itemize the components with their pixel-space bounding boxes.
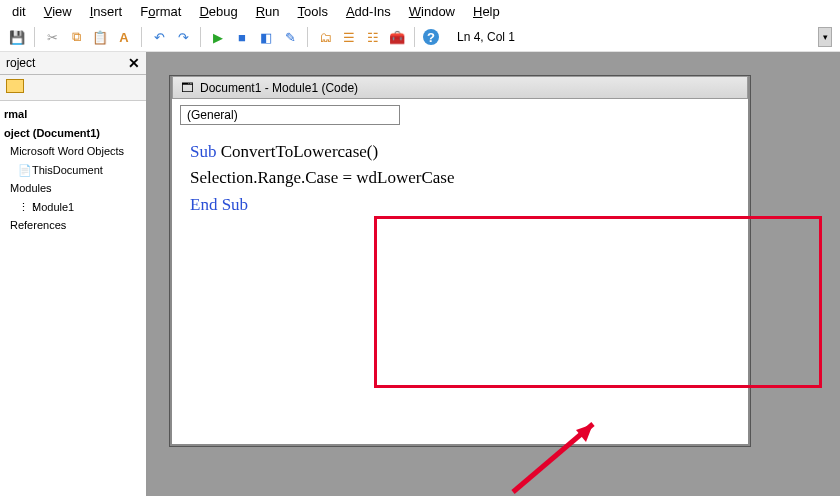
object-browser-icon[interactable]: ☷ <box>364 28 382 46</box>
toolbox-icon[interactable]: 🧰 <box>388 28 406 46</box>
tree-project[interactable]: oject (Document1) <box>2 124 144 143</box>
tree-thisdocument[interactable]: 📄ThisDocument <box>2 161 144 180</box>
menu-debug[interactable]: Debug <box>199 4 237 19</box>
code-window-titlebar[interactable]: 🗔 Document1 - Module1 (Code) <box>172 76 748 99</box>
tree-modules[interactable]: Modules <box>2 179 144 198</box>
project-explorer-icon[interactable]: 🗂 <box>316 28 334 46</box>
module-icon: ⋮⋮ <box>18 199 32 216</box>
menu-edit[interactable]: dit <box>12 4 26 19</box>
toolbar-overflow-button[interactable]: ▾ <box>818 27 832 47</box>
cursor-position: Ln 4, Col 1 <box>457 30 515 44</box>
toolbar-separator <box>34 27 35 47</box>
run-icon[interactable]: ▶ <box>209 28 227 46</box>
tree-references[interactable]: References <box>2 216 144 235</box>
project-tree: rmal oject (Document1) Microsoft Word Ob… <box>0 101 146 496</box>
menu-tools[interactable]: Tools <box>298 4 328 19</box>
toolbar-separator <box>141 27 142 47</box>
redo-icon[interactable]: ↷ <box>174 28 192 46</box>
project-panel: roject ✕ rmal oject (Document1) Microsof… <box>0 52 148 496</box>
menu-run[interactable]: Run <box>256 4 280 19</box>
menu-help[interactable]: Help <box>473 4 500 19</box>
close-icon[interactable]: ✕ <box>128 55 140 71</box>
design-icon[interactable]: ✎ <box>281 28 299 46</box>
menu-insert[interactable]: Insert <box>90 4 123 19</box>
break-icon[interactable]: ■ <box>233 28 251 46</box>
copy-icon[interactable]: ⧉ <box>67 28 85 46</box>
folder-icon[interactable] <box>6 79 24 93</box>
toolbar-separator <box>200 27 201 47</box>
menu-format[interactable]: Format <box>140 4 181 19</box>
undo-icon[interactable]: ↶ <box>150 28 168 46</box>
toolbar: 💾 ✂ ⧉ 📋 A ↶ ↷ ▶ ■ ◧ ✎ 🗂 ☰ ☷ 🧰 ? Ln 4, Co… <box>0 23 840 52</box>
paste-icon[interactable]: 📋 <box>91 28 109 46</box>
code-window-title: Document1 - Module1 (Code) <box>200 81 358 95</box>
reset-icon[interactable]: ◧ <box>257 28 275 46</box>
code-window-icon: 🗔 <box>181 80 194 95</box>
project-panel-toolbar <box>0 75 146 101</box>
code-window: 🗔 Document1 - Module1 (Code) (General) S… <box>170 76 750 446</box>
toolbar-separator <box>307 27 308 47</box>
menu-view[interactable]: View <box>44 4 72 19</box>
save-icon[interactable]: 💾 <box>8 28 26 46</box>
document-icon: 📄 <box>18 162 32 179</box>
tree-word-objects[interactable]: Microsoft Word Objects <box>2 142 144 161</box>
tree-normal[interactable]: rmal <box>2 105 144 124</box>
properties-icon[interactable]: ☰ <box>340 28 358 46</box>
object-dropdown[interactable]: (General) <box>180 105 400 125</box>
help-icon[interactable]: ? <box>423 29 439 45</box>
code-editor[interactable]: Sub ConvertToLowercase() Selection.Range… <box>172 125 748 232</box>
code-line: End Sub <box>190 192 730 218</box>
find-icon[interactable]: A <box>115 28 133 46</box>
code-line: Selection.Range.Case = wdLowerCase <box>190 165 730 191</box>
cut-icon[interactable]: ✂ <box>43 28 61 46</box>
menu-bar: dit View Insert Format Debug Run Tools A… <box>0 0 840 23</box>
code-line: Sub ConvertToLowercase() <box>190 139 730 165</box>
menu-addins[interactable]: Add-Ins <box>346 4 391 19</box>
project-panel-title: roject <box>6 56 35 70</box>
mdi-workspace: 🗔 Document1 - Module1 (Code) (General) S… <box>148 52 840 496</box>
tree-module1[interactable]: ⋮⋮Module1 <box>2 198 144 217</box>
toolbar-separator <box>414 27 415 47</box>
menu-window[interactable]: Window <box>409 4 455 19</box>
